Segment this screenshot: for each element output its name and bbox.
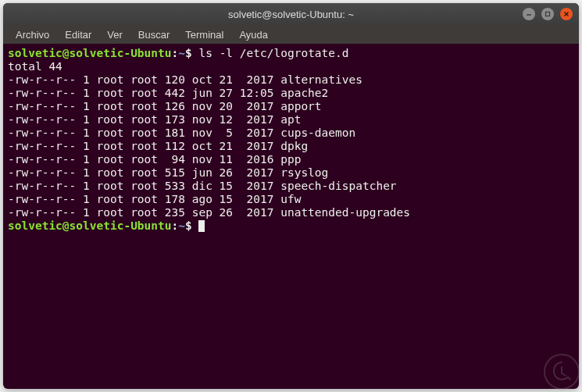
menu-bar: Archivo Editar Ver Buscar Terminal Ayuda — [3, 25, 579, 44]
prompt-dollar: $ — [185, 47, 192, 59]
file-listing: -rw-r--r-- 1 root root 120 oct 21 2017 a… — [8, 73, 574, 219]
prompt-colon: : — [172, 219, 179, 232]
menu-archivo[interactable]: Archivo — [9, 27, 55, 42]
command-text: ls -l /etc/logrotate.d — [198, 47, 348, 59]
prompt-colon: : — [172, 47, 179, 59]
title-bar: solvetic@solvetic-Ubuntu: ~ — [3, 3, 579, 25]
close-button[interactable] — [560, 8, 573, 20]
terminal-output[interactable]: solvetic@solvetic-Ubuntu:~$ ls -l /etc/l… — [3, 44, 579, 236]
minimize-button[interactable] — [523, 8, 535, 20]
prompt-user-host: solvetic@solvetic-Ubuntu — [8, 47, 172, 59]
svg-rect-1 — [546, 12, 550, 16]
window-title: solvetic@solvetic-Ubuntu: ~ — [9, 9, 573, 20]
total-line: total 44 — [8, 60, 62, 73]
menu-ver[interactable]: Ver — [101, 27, 129, 42]
maximize-button[interactable] — [541, 8, 554, 20]
watermark-icon — [543, 353, 580, 390]
prompt-path: ~ — [178, 47, 185, 59]
menu-buscar[interactable]: Buscar — [132, 27, 176, 42]
terminal-window: solvetic@solvetic-Ubuntu: ~ Archivo Edit… — [3, 3, 579, 389]
prompt-path: ~ — [178, 219, 185, 232]
menu-ayuda[interactable]: Ayuda — [233, 27, 274, 42]
prompt-user-host: solvetic@solvetic-Ubuntu — [8, 219, 172, 232]
menu-terminal[interactable]: Terminal — [179, 27, 230, 42]
window-controls — [523, 8, 573, 20]
cursor — [198, 220, 205, 232]
menu-editar[interactable]: Editar — [59, 27, 98, 42]
prompt-dollar: $ — [185, 219, 192, 232]
